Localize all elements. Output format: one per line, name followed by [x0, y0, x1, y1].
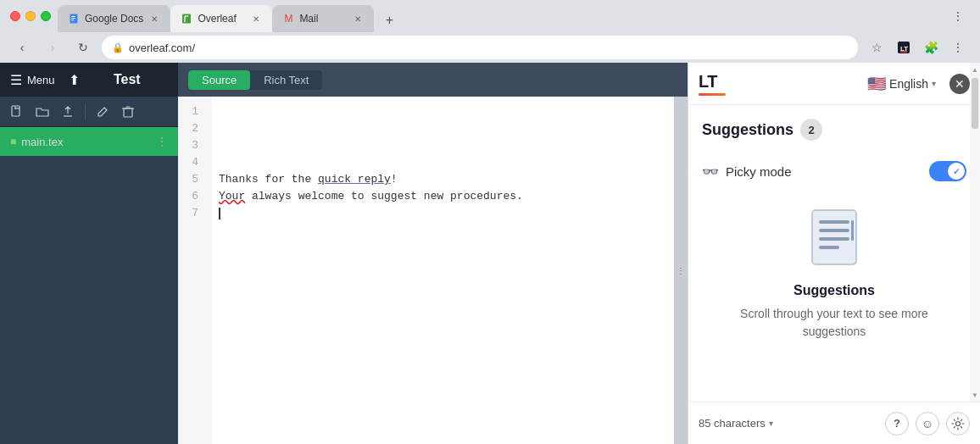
- line-number-1: 1: [178, 103, 205, 120]
- window-controls: ⋮: [946, 4, 970, 28]
- lt-logo-text: LT: [699, 72, 717, 92]
- language-name: English: [889, 77, 928, 91]
- file-name: main.tex: [21, 136, 151, 148]
- file-more-icon[interactable]: ⋮: [156, 135, 168, 148]
- tab-google-docs-title: Google Docs: [85, 13, 143, 25]
- file-item-main-tex[interactable]: ■ main.tex ⋮: [0, 127, 178, 156]
- toggle-knob: ✓: [948, 163, 965, 180]
- picky-mode-toggle[interactable]: ✓: [929, 161, 966, 181]
- minimize-window-button[interactable]: [25, 11, 36, 21]
- source-mode-button[interactable]: Source: [188, 70, 250, 90]
- settings-button[interactable]: [946, 412, 970, 436]
- reload-button[interactable]: ↻: [71, 36, 95, 59]
- editor-container: Source Rich Text 1 2 3 4 5 6 7: [178, 63, 688, 444]
- editor-toolbar: Source Rich Text: [178, 63, 688, 97]
- tab-overleaf[interactable]: Overleaf ✕: [170, 5, 272, 32]
- lock-icon: 🔒: [112, 42, 124, 53]
- new-folder-button[interactable]: [32, 102, 53, 122]
- lt-header: LT 🇺🇸 English ▾ ✕: [688, 63, 980, 105]
- scroll-up-button[interactable]: ▲: [970, 63, 980, 76]
- tab-overleaf-close[interactable]: ✕: [250, 13, 262, 25]
- cursor-indicator: [219, 208, 227, 219]
- code-line-5: Thanks for the quick reply!: [219, 171, 667, 188]
- lt-logo: LT: [699, 72, 726, 96]
- suggestions-title: Suggestions: [702, 121, 793, 139]
- delete-icon[interactable]: [118, 102, 138, 122]
- edit-icon[interactable]: [92, 102, 113, 122]
- svg-rect-21: [851, 220, 854, 241]
- lt-panel: LT 🇺🇸 English ▾ ✕ Suggestions 2 👓 Picky …: [688, 63, 980, 444]
- account-button[interactable]: ☺: [916, 412, 939, 436]
- svg-rect-18: [819, 229, 849, 232]
- account-icon: ☺: [922, 417, 933, 430]
- extensions-button[interactable]: 🧩: [919, 36, 943, 59]
- tab-overleaf-title: Overleaf: [198, 13, 245, 25]
- tab-mail-close[interactable]: ✕: [352, 13, 364, 25]
- file-icon: ■: [10, 136, 16, 147]
- svg-rect-14: [124, 108, 132, 117]
- url-bar: ‹ › ↻ 🔒 overleaf.com/ ☆ LT 🧩 ⋮: [0, 32, 980, 63]
- source-rich-toggle: Source Rich Text: [188, 70, 322, 90]
- flag-icon: 🇺🇸: [867, 75, 886, 93]
- suggestions-body-text: Scroll through your text to see more sug…: [716, 305, 953, 341]
- url-input[interactable]: 🔒 overleaf.com/: [102, 36, 858, 59]
- svg-rect-1: [71, 16, 75, 17]
- panel-collapse-button[interactable]: ⋮: [674, 97, 688, 444]
- back-button[interactable]: ‹: [10, 36, 34, 59]
- code-text-thanks: Thanks for the: [219, 171, 318, 188]
- toggle-check-icon: ✓: [953, 167, 960, 176]
- lt-extension-icon[interactable]: LT: [892, 36, 916, 59]
- suggestions-header: Suggestions 2: [702, 119, 966, 141]
- tabs-bar: Google Docs ✕ Overleaf ✕ M Mail ✕ +: [58, 0, 939, 32]
- upload-files-button[interactable]: [58, 102, 78, 122]
- lt-close-button[interactable]: ✕: [949, 74, 970, 94]
- menu-button[interactable]: ☰ Menu: [10, 72, 55, 88]
- char-count-text: 85 characters: [699, 417, 766, 430]
- lt-body: Suggestions 2 👓 Picky mode ✓: [688, 105, 980, 402]
- scrollbar-track[interactable]: [970, 76, 980, 388]
- suggestions-center: Suggestions Scroll through your text to …: [702, 188, 966, 361]
- code-line-4: [219, 154, 667, 171]
- code-text-quick-reply: quick reply: [318, 171, 391, 188]
- code-line-1: [219, 103, 667, 120]
- file-list: ■ main.tex ⋮: [0, 127, 178, 444]
- svg-rect-4: [182, 14, 191, 24]
- new-tab-button[interactable]: +: [377, 8, 401, 32]
- file-toolbar: [0, 97, 178, 127]
- char-count-chevron-icon: ▾: [769, 419, 773, 428]
- tab-google-docs[interactable]: Google Docs ✕: [58, 5, 170, 32]
- hamburger-icon: ☰: [10, 72, 22, 88]
- svg-rect-17: [819, 220, 849, 224]
- bookmark-button[interactable]: ☆: [865, 36, 888, 59]
- tab-mail-title: Mail: [299, 13, 347, 25]
- app-container: ☰ Menu ⬆ Test: [0, 63, 980, 444]
- line-number-6: 6: [178, 188, 205, 205]
- upload-icon[interactable]: ⬆: [69, 72, 80, 88]
- scroll-down-button[interactable]: ▼: [970, 388, 980, 402]
- traffic-lights: [10, 11, 51, 21]
- char-count[interactable]: 85 characters ▾: [699, 417, 878, 430]
- window-menu-button[interactable]: ⋮: [946, 4, 970, 28]
- code-line-6: Your always welcome to suggest new proce…: [219, 188, 667, 205]
- svg-point-22: [956, 421, 961, 425]
- line-number-3: 3: [178, 137, 205, 154]
- lt-language-selector[interactable]: 🇺🇸 English ▾: [867, 75, 936, 93]
- scrollbar-thumb[interactable]: [972, 78, 978, 129]
- lt-logo-underline: [699, 93, 726, 96]
- overleaf-header: ☰ Menu ⬆ Test: [0, 63, 178, 97]
- tab-google-docs-close[interactable]: ✕: [148, 13, 160, 25]
- maximize-window-button[interactable]: [41, 11, 51, 21]
- forward-button[interactable]: ›: [41, 36, 64, 59]
- svg-rect-19: [819, 237, 849, 241]
- code-editor[interactable]: Thanks for the quick reply! Your always …: [212, 97, 674, 444]
- help-button[interactable]: ?: [885, 412, 909, 436]
- tab-mail[interactable]: M Mail ✕: [272, 5, 374, 32]
- project-title: Test: [86, 72, 168, 87]
- close-window-button[interactable]: [10, 11, 20, 21]
- new-file-button[interactable]: [7, 102, 27, 122]
- rich-text-mode-button[interactable]: Rich Text: [250, 70, 322, 90]
- code-text-your: Your: [219, 188, 245, 205]
- chrome-menu-button[interactable]: ⋮: [946, 36, 970, 59]
- line-number-7: 7: [178, 205, 205, 222]
- suggestions-count-badge: 2: [800, 119, 822, 141]
